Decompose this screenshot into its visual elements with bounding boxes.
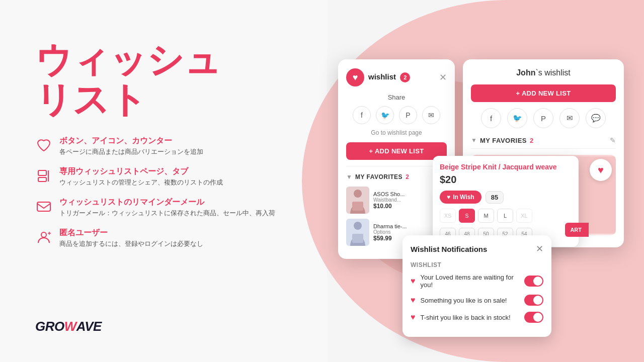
- heart-in-wish-icon: ♥: [447, 194, 450, 201]
- johns-pinterest-button[interactable]: P: [533, 108, 553, 128]
- product-thumb-2: [346, 219, 369, 246]
- feature-text-anonymous: 匿名ユーザー 商品を追加するには、登録やログインは必要なし: [59, 228, 203, 248]
- product-detail-name: Beige Stripe Knit / Jacquard weave: [440, 163, 572, 171]
- johns-whatsapp-button[interactable]: 💬: [586, 108, 606, 128]
- add-new-list-button[interactable]: + ADD NEW LIST: [346, 142, 447, 160]
- size-xs[interactable]: XS: [440, 209, 456, 223]
- chevron-icon: ▼: [346, 173, 352, 180]
- hero-title: ウィッシュ リスト: [35, 40, 312, 120]
- share-facebook-button[interactable]: f: [353, 106, 371, 124]
- tag-icon: [35, 167, 52, 185]
- share-email-button[interactable]: ✉: [422, 106, 440, 124]
- wishlist-heart-logo: ♥: [346, 68, 364, 86]
- feature-item-anonymous: 匿名ユーザー 商品を追加するには、登録やログインは必要なし: [35, 228, 312, 248]
- wish-count-badge: 85: [486, 191, 504, 204]
- notification-item-1: ♥ Your Loved items are waiting for you!: [411, 274, 543, 289]
- wishlist-close-button[interactable]: ✕: [439, 73, 447, 82]
- share-pinterest-button[interactable]: P: [399, 106, 417, 124]
- notif-heart-icon-3: ♥: [411, 313, 416, 322]
- notifications-title: Wishlist Notifications: [411, 245, 487, 253]
- svg-rect-12: [352, 234, 363, 243]
- notif-text-1: Your Loved items are waiting for you!: [421, 274, 520, 289]
- notif-heart-icon-1: ♥: [411, 277, 416, 286]
- notifications-header: Wishlist Notifications ✕: [411, 243, 543, 254]
- johns-name: John: [516, 68, 535, 77]
- product-detail-card: Beige Stripe Knit / Jacquard weave $20 ♥…: [433, 156, 579, 247]
- share-twitter-button[interactable]: 🐦: [376, 106, 394, 124]
- features-list: ボタン、アイコン、カウンター 各ページに商品または商品バリエーションを追加 専用…: [35, 136, 312, 248]
- feature-desc-email: トリガーメール：ウィッシュリストに保存された商品、セール中、再入荷: [59, 209, 275, 218]
- wishlist-title-text: wishlist: [368, 72, 396, 81]
- go-to-wishlist-link[interactable]: Go to wishlist page: [346, 129, 447, 136]
- notification-item-3: ♥ T-shirt you like is back in stock!: [411, 312, 543, 323]
- product-detail-price: $20: [440, 174, 572, 186]
- my-favorites-label: MY FAVORITES: [355, 173, 403, 180]
- add-to-cart-label: ART: [570, 227, 582, 233]
- mail-icon: [35, 198, 52, 215]
- wishlist-title: wishlist 2: [368, 72, 439, 82]
- notif-toggle-1[interactable]: [524, 276, 543, 287]
- size-m[interactable]: M: [478, 209, 494, 223]
- johns-facebook-button[interactable]: f: [481, 108, 501, 128]
- size-s[interactable]: S: [459, 209, 475, 223]
- svg-rect-0: [38, 170, 46, 175]
- feature-title-page: 専用ウィッシュリストページ、タブ: [59, 166, 223, 177]
- notifications-close-button[interactable]: ✕: [536, 243, 543, 254]
- notif-text-3: T-shirt you like is back in stock!: [421, 314, 520, 321]
- wishlist-header: ♥ wishlist 2 ✕: [346, 68, 447, 86]
- hero-title-line1: ウィッシュ: [35, 40, 312, 80]
- letter-sizes-row: XS S M L XL: [440, 209, 572, 223]
- feature-title-buttons: ボタン、アイコン、カウンター: [59, 136, 203, 146]
- wishlist-heart-button-float[interactable]: ♥: [590, 159, 612, 181]
- logo-gro: GRO: [35, 319, 64, 334]
- svg-rect-9: [352, 202, 363, 211]
- feature-text-email: ウィッシュリストのリマインダーメール トリガーメール：ウィッシュリストに保存され…: [59, 197, 275, 218]
- svg-rect-1: [38, 177, 46, 182]
- notifications-section-label: Wishlist: [411, 261, 543, 268]
- growave-logo: GROWAVE: [35, 319, 102, 334]
- notifications-card: Wishlist Notifications ✕ Wishlist ♥ Your…: [403, 235, 551, 337]
- notif-toggle-3[interactable]: [524, 312, 543, 323]
- social-icons-share: f 🐦 P ✉: [346, 106, 447, 124]
- feature-desc-page: ウィッシュリストの管理とシェア、複数のリストの作成: [59, 178, 223, 187]
- my-favorites-count: 2: [406, 173, 409, 180]
- product-image-2: [346, 219, 369, 246]
- feature-text-page: 専用ウィッシュリストページ、タブ ウィッシュリストの管理とシェア、複数のリストの…: [59, 166, 223, 187]
- hero-title-line2: リスト: [35, 80, 312, 120]
- left-panel: ウィッシュ リスト ボタン、アイコン、カウンター 各ページに商品または商品バリエ…: [35, 40, 312, 248]
- feature-item-page: 専用ウィッシュリストページ、タブ ウィッシュリストの管理とシェア、複数のリストの…: [35, 166, 312, 187]
- notif-heart-icon-2: ♥: [411, 296, 416, 305]
- product-thumb-1: [346, 187, 369, 214]
- johns-email-button[interactable]: ✉: [559, 108, 580, 128]
- feature-title-anonymous: 匿名ユーザー: [59, 228, 203, 238]
- notification-item-2: ♥ Something you like is on sale!: [411, 295, 543, 306]
- in-wish-button[interactable]: ♥ In Wish: [440, 191, 481, 204]
- size-xl[interactable]: XL: [516, 209, 532, 223]
- notif-text-2: Something you like is on sale!: [421, 297, 520, 304]
- feature-item-email: ウィッシュリストのリマインダーメール トリガーメール：ウィッシュリストに保存され…: [35, 197, 312, 218]
- svg-point-8: [354, 190, 362, 198]
- johns-section-header: ▼ MY FAVORIES 2 ✎: [471, 136, 616, 149]
- divider: [346, 166, 447, 166]
- heart-icon: [35, 137, 52, 154]
- johns-social-icons: f 🐦 P ✉ 💬: [471, 108, 616, 128]
- feature-desc-buttons: 各ページに商品または商品バリエーションを追加: [59, 147, 203, 156]
- feature-desc-anonymous: 商品を追加するには、登録やログインは必要なし: [59, 239, 203, 248]
- svg-rect-3: [37, 202, 50, 211]
- product-image-1: [346, 187, 369, 214]
- johns-twitter-button[interactable]: 🐦: [507, 108, 527, 128]
- edit-list-icon[interactable]: ✎: [610, 136, 616, 144]
- svg-point-4: [41, 232, 46, 237]
- johns-section-count: 2: [530, 137, 533, 144]
- size-l[interactable]: L: [497, 209, 513, 223]
- johns-add-new-list-button[interactable]: + ADD NEW LIST: [471, 84, 616, 102]
- share-label: Share: [346, 94, 447, 101]
- feature-item-buttons: ボタン、アイコン、カウンター 各ページに商品または商品バリエーションを追加: [35, 136, 312, 156]
- add-to-cart-button[interactable]: ART: [565, 223, 589, 237]
- johns-header: John`s wishlist: [471, 68, 616, 77]
- notif-toggle-2[interactable]: [524, 295, 543, 306]
- johns-chevron-icon: ▼: [471, 137, 477, 144]
- feature-title-email: ウィッシュリストのリマインダーメール: [59, 197, 275, 208]
- svg-point-11: [354, 222, 362, 230]
- logo-ave: AVE: [76, 319, 102, 334]
